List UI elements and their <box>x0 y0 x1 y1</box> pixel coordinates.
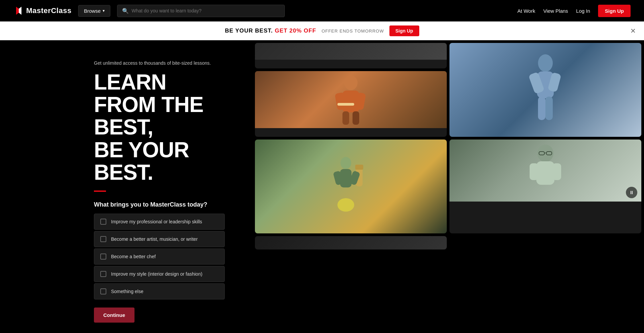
promo-close-button[interactable]: ✕ <box>630 27 636 35</box>
checkbox-3[interactable] <box>100 254 106 260</box>
checkbox-2[interactable] <box>100 236 106 242</box>
left-panel: Get unlimited access to thousands of bit… <box>0 40 255 333</box>
hero-title-line2: BE YOUR BEST. <box>94 138 189 184</box>
mixology-silhouette <box>327 153 374 220</box>
promo-banner: BE YOUR BEST. GET 20% OFF OFFER ENDS TOM… <box>0 21 644 40</box>
image-mixology <box>255 140 447 233</box>
woman-reading-silhouette <box>331 74 371 125</box>
image-samuel: ⏸ <box>449 140 641 202</box>
right-panel: ⏸ <box>255 40 644 333</box>
image-woman-reading <box>255 71 447 128</box>
question-text: What brings you to MasterClass today? <box>94 201 228 208</box>
hero-title-line1: LEARN FROM THE BEST, <box>94 70 203 139</box>
svg-rect-23 <box>552 163 561 180</box>
image-serena <box>449 43 641 137</box>
search-input[interactable] <box>131 8 280 13</box>
image-card-samuel: ⏸ <box>449 140 641 233</box>
promo-plain-text: BE YOUR BEST. <box>225 27 273 34</box>
promo-offer-text: OFFER ENDS TOMORROW <box>322 29 384 34</box>
image-card-bottom-partial <box>255 236 447 249</box>
checkbox-item-2[interactable]: Become a better artist, musician, or wri… <box>94 231 225 247</box>
svg-point-20 <box>537 145 553 162</box>
search-bar: 🔍 <box>117 5 285 17</box>
at-work-link[interactable]: At Work <box>518 8 535 14</box>
image-card-woman-reading <box>255 71 447 137</box>
checkbox-item-5[interactable]: Something else <box>94 283 225 299</box>
svg-point-0 <box>538 54 553 72</box>
logo[interactable]: MasterClass <box>13 5 71 16</box>
checkbox-label-2: Become a better artist, musician, or wri… <box>111 236 198 242</box>
checkbox-label-4: Improve my style (interior design or fas… <box>111 271 202 277</box>
hero-title: LEARN FROM THE BEST, BE YOUR BEST. <box>94 71 228 184</box>
image-bottom-partial <box>255 236 447 249</box>
image-top-partial <box>255 43 447 60</box>
hero-subtitle: Get unlimited access to thousands of bit… <box>94 60 228 66</box>
checkbox-item-3[interactable]: Become a better chef <box>94 248 225 265</box>
search-icon: 🔍 <box>122 8 129 14</box>
checkbox-5[interactable] <box>100 288 106 294</box>
image-card-mixology <box>255 140 447 233</box>
checkbox-label-3: Become a better chef <box>111 254 156 259</box>
svg-rect-4 <box>538 97 545 120</box>
chevron-down-icon: ▾ <box>103 8 105 13</box>
svg-rect-14 <box>355 165 363 170</box>
svg-rect-21 <box>536 161 554 185</box>
red-divider <box>94 190 106 192</box>
navbar: MasterClass Browse ▾ 🔍 At Work View Plan… <box>0 0 644 21</box>
login-link[interactable]: Log In <box>576 8 590 14</box>
checkbox-4[interactable] <box>100 271 106 277</box>
checkbox-item-4[interactable]: Improve my style (interior design or fas… <box>94 266 225 282</box>
svg-rect-22 <box>530 163 538 180</box>
checkbox-label-5: Something else <box>111 289 144 294</box>
promo-text: BE YOUR BEST. GET 20% OFF <box>225 27 316 34</box>
logo-icon <box>13 5 24 16</box>
svg-point-16 <box>340 157 351 169</box>
svg-rect-9 <box>337 103 354 106</box>
pause-button[interactable]: ⏸ <box>626 187 637 198</box>
nav-signup-button[interactable]: Sign Up <box>598 5 631 17</box>
browse-label: Browse <box>84 8 101 14</box>
browse-button[interactable]: Browse ▾ <box>78 5 110 17</box>
close-icon: ✕ <box>630 27 636 35</box>
logo-text: MasterClass <box>26 6 71 15</box>
checkbox-list: Improve my professional or leadership sk… <box>94 214 228 299</box>
checkbox-item-1[interactable]: Improve my professional or leadership sk… <box>94 214 225 230</box>
svg-point-15 <box>337 198 354 212</box>
nav-right: At Work View Plans Log In Sign Up <box>518 5 631 17</box>
image-card-serena <box>449 43 641 137</box>
main-content: Get unlimited access to thousands of bit… <box>0 40 644 333</box>
svg-rect-12 <box>353 111 359 125</box>
promo-highlight-text: GET 20% OFF <box>275 27 316 34</box>
pause-icon: ⏸ <box>629 190 634 195</box>
svg-point-6 <box>344 75 358 90</box>
view-plans-link[interactable]: View Plans <box>543 8 568 14</box>
svg-rect-11 <box>342 111 349 125</box>
checkbox-1[interactable] <box>100 219 106 225</box>
svg-rect-5 <box>545 97 553 120</box>
promo-signup-button[interactable]: Sign Up <box>389 25 419 36</box>
checkbox-label-1: Improve my professional or leadership sk… <box>111 219 202 224</box>
image-card-top-partial <box>255 43 447 68</box>
samuel-silhouette <box>524 144 567 198</box>
continue-button[interactable]: Continue <box>94 308 135 323</box>
serena-silhouette <box>522 53 569 127</box>
